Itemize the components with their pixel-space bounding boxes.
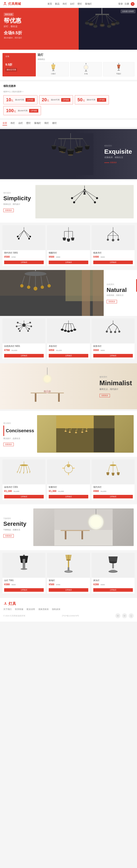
- svg-point-30: [108, 24, 110, 26]
- natural-product-name-2: 木纹吊灯: [49, 345, 88, 348]
- social-qq[interactable]: Q: [129, 613, 134, 618]
- simplicity-buy-btn-3[interactable]: 立即购买: [93, 260, 133, 264]
- svg-rect-8: [102, 8, 102, 14]
- simplicity-more-btn[interactable]: 查看更多: [3, 209, 14, 212]
- footer-icp: 沪ICP备12345678号: [62, 615, 79, 617]
- conciseness-more-btn[interactable]: 查看更多: [3, 443, 14, 446]
- svg-point-28: [94, 24, 97, 26]
- svg-rect-208: [30, 471, 30, 473]
- simplicity-product-info-3: 线条吊灯 ¥498 ¥699: [92, 250, 135, 260]
- simplicity-buy-btn-2[interactable]: 立即购买: [49, 260, 88, 264]
- hero-badge[interactable]: 点击进入活动页: [121, 10, 135, 13]
- social-wechat[interactable]: W: [116, 613, 120, 618]
- promo-gift-items: 小夜灯 灯泡: [38, 62, 135, 76]
- serenity-lamp-svg: [54, 509, 112, 546]
- serenity-buy-btn-2[interactable]: 立即购买: [49, 588, 88, 592]
- cart-icon[interactable]: [131, 2, 135, 6]
- cat-spot[interactable]: 射灯: [52, 122, 57, 125]
- cat-floor[interactable]: 落地灯: [34, 122, 41, 125]
- serenity-section: 宁静系列 Serenity 宁静致远，优雅生活 查看更多: [0, 504, 137, 550]
- natural-product-img-2: [47, 318, 90, 343]
- nav-home[interactable]: 首页: [47, 2, 52, 5]
- footer-link-return[interactable]: 退换货政策: [38, 608, 49, 611]
- cat-table[interactable]: 台灯: [18, 122, 23, 125]
- minimalist-img-area: [0, 368, 95, 405]
- svg-point-238: [20, 568, 27, 570]
- coupon-title: 领取优惠券: [3, 84, 134, 88]
- svg-line-202: [26, 466, 28, 472]
- svg-point-151: [64, 330, 67, 332]
- svg-rect-42: [85, 71, 87, 71]
- coupon-btn-2[interactable]: 立即领取: [61, 98, 71, 102]
- social-weibo[interactable]: W: [122, 613, 127, 618]
- sr-lamp-3-svg: [105, 555, 121, 576]
- svg-point-162: [106, 331, 108, 333]
- svg-point-135: [17, 322, 18, 323]
- serenity-buy-btn-1[interactable]: 立即购买: [4, 588, 44, 592]
- simplicity-product-price-3: ¥498 ¥699: [93, 255, 133, 258]
- coupon-btn-3[interactable]: 立即领取: [97, 98, 106, 102]
- natural-text-box: 自然系列 Natural 自然风格，清新生活 查看更多: [104, 270, 137, 316]
- coupon-btn-4[interactable]: 立即领取: [29, 109, 38, 113]
- natural-buy-btn-2[interactable]: 立即购买: [49, 354, 88, 358]
- cat-down[interactable]: 筒灯: [44, 122, 49, 125]
- simplicity-product-1: 简约吊灯 S001 ¥588 ¥799 立即购买: [2, 225, 45, 266]
- footer-link-about[interactable]: 关于我们: [3, 608, 12, 611]
- serenity-product-3: 床头灯 ¥288 ¥399 立即购买: [92, 553, 135, 593]
- conciseness-buy-btn-1[interactable]: 立即购买: [4, 495, 44, 498]
- coupon-value-3: 50元: [78, 97, 85, 102]
- serenity-img: [33, 508, 134, 546]
- coupon-value-1: 10元: [6, 97, 13, 102]
- svg-point-141: [19, 330, 20, 332]
- cat-all[interactable]: 全部: [2, 122, 7, 125]
- footer-link-contact[interactable]: 联系客服: [15, 608, 23, 611]
- minimalist-more-btn[interactable]: 查看更多: [99, 394, 110, 397]
- hero-chandelier-bg: [79, 8, 137, 50]
- natural-more-btn[interactable]: 查看更多: [106, 300, 117, 303]
- footer-link-privacy[interactable]: 隐私政策: [52, 608, 60, 611]
- svg-point-118: [20, 284, 24, 287]
- nav-pendant[interactable]: 吊灯: [62, 2, 67, 5]
- footer-logo-text: 灯具: [8, 601, 16, 606]
- svg-rect-43: [118, 63, 119, 65]
- coupon-btn-1[interactable]: 立即领取: [26, 98, 35, 102]
- svg-rect-9: [95, 14, 109, 15]
- svg-point-32: [100, 25, 104, 26]
- natural-img: [0, 270, 104, 316]
- nav-wall[interactable]: 壁灯: [78, 2, 82, 5]
- footer-link-delivery[interactable]: 配送说明: [27, 608, 35, 611]
- simplicity-product-name-1: 简约吊灯 S001: [4, 251, 44, 254]
- login-link[interactable]: 登录: [118, 2, 123, 5]
- svg-point-31: [90, 23, 93, 25]
- conciseness-product-name-1: 金色吊灯 C001: [4, 486, 44, 489]
- natural-en: Natural: [106, 287, 134, 293]
- gift-item-1[interactable]: 小夜灯: [38, 62, 69, 76]
- simplicity-product-img-1: [2, 225, 45, 250]
- nav-new[interactable]: 新品: [55, 2, 59, 5]
- conciseness-buy-btn-3[interactable]: 立即购买: [93, 495, 133, 498]
- c-lamp-1-svg: [16, 461, 32, 482]
- cat-pendant[interactable]: 吊灯: [10, 122, 15, 125]
- simplicity-buy-btn-1[interactable]: 立即购买: [4, 260, 44, 264]
- exquisite-lamp-svg: [48, 133, 93, 175]
- exquisite-more-btn[interactable]: 查看更多: [110, 161, 117, 164]
- cart-svg: [132, 3, 134, 5]
- svg-point-91: [28, 238, 30, 240]
- nav-table[interactable]: 台灯: [70, 2, 75, 5]
- natural-buy-btn-3[interactable]: 立即购买: [93, 354, 133, 358]
- serenity-product-2: 落地灯 ¥588 ¥799 立即购买: [47, 553, 90, 593]
- serenity-buy-btn-3[interactable]: 立即购买: [93, 588, 133, 592]
- nav-floor[interactable]: 落地灯: [85, 2, 92, 5]
- natural-buy-btn-1[interactable]: 立即购买: [4, 354, 44, 358]
- svg-rect-204: [17, 471, 17, 473]
- register-link[interactable]: 注册: [125, 2, 129, 5]
- conciseness-buy-btn-2[interactable]: 立即购买: [49, 495, 88, 498]
- coupons-list: 10元 满100可用 立即领取 20元 满200可用 立即领取 50元 满500…: [3, 95, 134, 115]
- serenity-more-btn[interactable]: 查看更多: [3, 534, 14, 538]
- serenity-product-price-3: ¥288 ¥399: [93, 582, 133, 586]
- gift-item-3[interactable]: 节能灯: [103, 62, 135, 76]
- natural-cn: 自然风格，清新生活: [106, 294, 134, 297]
- sr-lamp-1-svg: [16, 555, 32, 576]
- gift-item-2[interactable]: 灯泡: [70, 62, 102, 76]
- cat-wall[interactable]: 壁灯: [26, 122, 31, 125]
